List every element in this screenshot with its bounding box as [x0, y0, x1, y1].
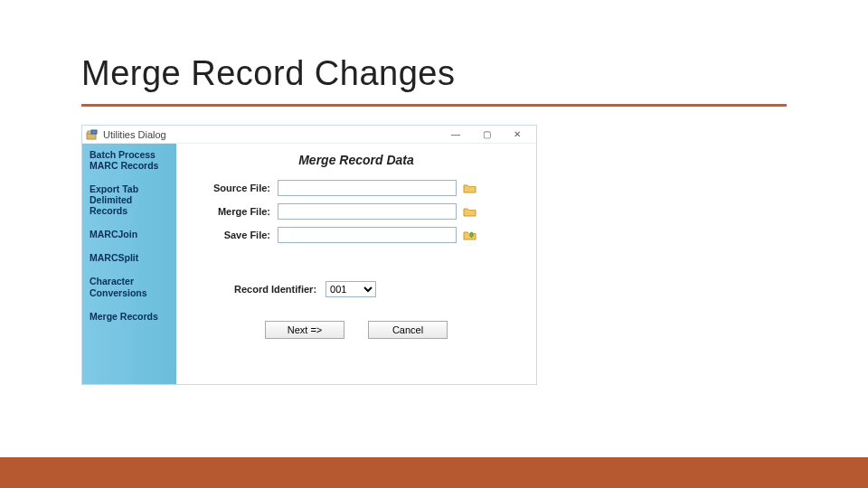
- merge-file-row: Merge File:: [194, 203, 518, 220]
- source-file-row: Source File:: [194, 180, 518, 196]
- slide-title: Merge Record Changes: [81, 54, 455, 93]
- window-title: Utilities Dialog: [103, 129, 166, 140]
- titlebar: Utilities Dialog — ▢ ✕: [82, 126, 536, 144]
- source-browse-button[interactable]: [462, 181, 478, 195]
- merge-file-label: Merge File:: [194, 206, 278, 217]
- close-button[interactable]: ✕: [502, 126, 533, 144]
- sidebar-item-export-tab[interactable]: Export Tab Delimited Records: [90, 183, 169, 216]
- record-identifier-row: Record Identifier: 001: [194, 281, 518, 297]
- button-row: Next => Cancel: [194, 321, 518, 339]
- maximize-button[interactable]: ▢: [471, 126, 502, 144]
- sidebar-item-marcsplit[interactable]: MARCSplit: [90, 252, 169, 263]
- utilities-dialog: Utilities Dialog — ▢ ✕ Batch Process MAR…: [81, 125, 537, 385]
- save-file-input[interactable]: [278, 227, 457, 243]
- save-file-row: Save File:: [194, 227, 518, 243]
- source-file-label: Source File:: [194, 183, 278, 193]
- record-identifier-select[interactable]: 001: [326, 281, 376, 297]
- sidebar-item-merge-records[interactable]: Merge Records: [90, 311, 169, 322]
- sidebar-item-marcjoin[interactable]: MARCJoin: [90, 229, 169, 239]
- save-browse-button[interactable]: [462, 228, 478, 242]
- source-file-input[interactable]: [278, 180, 457, 196]
- save-file-label: Save File:: [194, 230, 278, 240]
- main-panel: Merge Record Data Source File: Merge Fil…: [176, 144, 536, 384]
- cancel-button[interactable]: Cancel: [368, 321, 448, 339]
- panel-title: Merge Record Data: [194, 153, 518, 167]
- slide-footer-band: [0, 457, 868, 488]
- app-icon: [86, 128, 99, 141]
- next-button[interactable]: Next =>: [265, 321, 344, 339]
- record-identifier-label: Record Identifier:: [234, 284, 326, 295]
- svg-rect-2: [91, 130, 97, 134]
- title-underline: [81, 104, 787, 107]
- sidebar-item-char-conversions[interactable]: Character Conversions: [90, 276, 169, 297]
- merge-file-input[interactable]: [278, 203, 457, 220]
- sidebar: Batch Process MARC Records Export Tab De…: [82, 144, 176, 384]
- minimize-button[interactable]: —: [440, 126, 471, 144]
- sidebar-item-batch-process[interactable]: Batch Process MARC Records: [90, 149, 169, 171]
- merge-browse-button[interactable]: [462, 204, 478, 219]
